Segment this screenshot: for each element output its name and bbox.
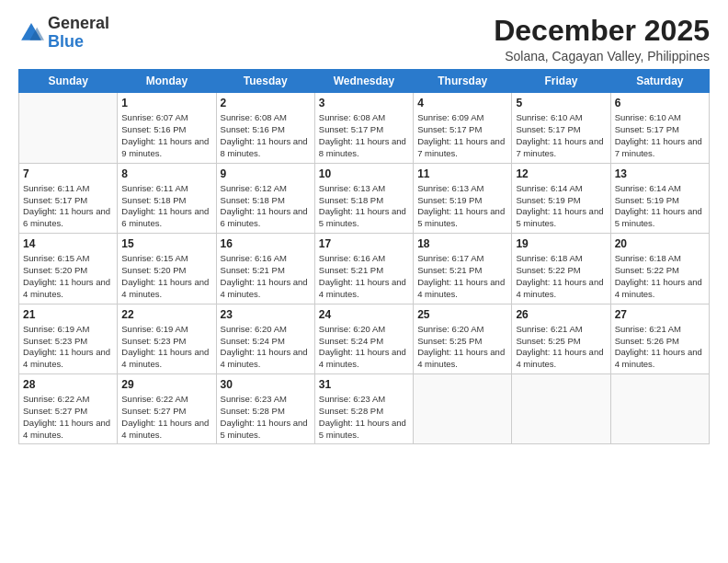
calendar-cell: 5Sunrise: 6:10 AMSunset: 5:17 PMDaylight… bbox=[512, 93, 610, 163]
cell-content: 12Sunrise: 6:14 AMSunset: 5:19 PMDayligh… bbox=[516, 167, 606, 230]
cell-content: 19Sunrise: 6:18 AMSunset: 5:22 PMDayligh… bbox=[516, 236, 606, 300]
cell-content: 3Sunrise: 6:08 AMSunset: 5:17 PMDaylight… bbox=[319, 96, 409, 159]
logo-blue-text: Blue bbox=[48, 33, 109, 52]
daylight-text: Daylight: 11 hours and 4 minutes. bbox=[516, 277, 606, 301]
sunset-text: Sunset: 5:28 PM bbox=[319, 406, 409, 418]
cell-content: 28Sunrise: 6:22 AMSunset: 5:27 PMDayligh… bbox=[23, 377, 113, 441]
calendar-cell: 2Sunrise: 6:08 AMSunset: 5:16 PMDaylight… bbox=[216, 93, 314, 163]
calendar-week-0: 1Sunrise: 6:07 AMSunset: 5:16 PMDaylight… bbox=[19, 93, 710, 163]
day-number: 19 bbox=[516, 236, 606, 251]
day-number: 10 bbox=[319, 167, 409, 181]
calendar-cell: 9Sunrise: 6:12 AMSunset: 5:18 PMDaylight… bbox=[216, 163, 314, 233]
sunrise-text: Sunrise: 6:16 AM bbox=[319, 253, 409, 265]
daylight-text: Daylight: 11 hours and 8 minutes. bbox=[221, 136, 311, 160]
cell-content: 5Sunrise: 6:10 AMSunset: 5:17 PMDaylight… bbox=[516, 96, 606, 159]
day-number: 18 bbox=[417, 236, 507, 251]
daylight-text: Daylight: 11 hours and 4 minutes. bbox=[23, 347, 113, 371]
cell-content: 29Sunrise: 6:22 AMSunset: 5:27 PMDayligh… bbox=[121, 377, 211, 441]
calendar-week-2: 14Sunrise: 6:15 AMSunset: 5:20 PMDayligh… bbox=[19, 234, 710, 304]
calendar-cell: 6Sunrise: 6:10 AMSunset: 5:17 PMDaylight… bbox=[610, 93, 709, 163]
day-number: 5 bbox=[516, 96, 606, 110]
cell-content: 24Sunrise: 6:20 AMSunset: 5:24 PMDayligh… bbox=[319, 307, 409, 371]
sunset-text: Sunset: 5:24 PM bbox=[319, 336, 409, 348]
day-number: 22 bbox=[121, 307, 211, 322]
cell-content: 26Sunrise: 6:21 AMSunset: 5:25 PMDayligh… bbox=[516, 307, 606, 371]
sunrise-text: Sunrise: 6:19 AM bbox=[121, 324, 211, 336]
cell-content: 21Sunrise: 6:19 AMSunset: 5:23 PMDayligh… bbox=[23, 307, 113, 371]
sunrise-text: Sunrise: 6:07 AM bbox=[121, 112, 211, 124]
sunrise-text: Sunrise: 6:20 AM bbox=[319, 324, 409, 336]
sunrise-text: Sunrise: 6:18 AM bbox=[615, 253, 705, 265]
month-title: December 2025 bbox=[494, 15, 710, 47]
daylight-text: Daylight: 11 hours and 4 minutes. bbox=[221, 347, 311, 371]
sunrise-text: Sunrise: 6:08 AM bbox=[221, 112, 311, 124]
calendar-cell: 16Sunrise: 6:16 AMSunset: 5:21 PMDayligh… bbox=[216, 234, 314, 304]
day-number: 1 bbox=[121, 96, 211, 110]
sunrise-text: Sunrise: 6:23 AM bbox=[319, 394, 409, 406]
cell-content: 22Sunrise: 6:19 AMSunset: 5:23 PMDayligh… bbox=[121, 307, 211, 371]
daylight-text: Daylight: 11 hours and 5 minutes. bbox=[516, 206, 606, 230]
sunset-text: Sunset: 5:26 PM bbox=[615, 336, 705, 348]
cell-content: 7Sunrise: 6:11 AMSunset: 5:17 PMDaylight… bbox=[23, 167, 113, 230]
title-area: December 2025 Solana, Cagayan Valley, Ph… bbox=[494, 15, 710, 63]
calendar-cell: 15Sunrise: 6:15 AMSunset: 5:20 PMDayligh… bbox=[118, 234, 216, 304]
day-number: 9 bbox=[221, 167, 311, 181]
day-number: 11 bbox=[417, 167, 507, 181]
calendar-cell: 24Sunrise: 6:20 AMSunset: 5:24 PMDayligh… bbox=[314, 304, 413, 373]
cell-content: 27Sunrise: 6:21 AMSunset: 5:26 PMDayligh… bbox=[615, 307, 705, 371]
sunrise-text: Sunrise: 6:10 AM bbox=[516, 112, 606, 124]
sunset-text: Sunset: 5:23 PM bbox=[23, 336, 113, 348]
sunrise-text: Sunrise: 6:22 AM bbox=[121, 394, 211, 406]
day-number: 17 bbox=[319, 236, 409, 251]
sunset-text: Sunset: 5:17 PM bbox=[417, 124, 507, 136]
day-number: 30 bbox=[221, 377, 311, 392]
daylight-text: Daylight: 11 hours and 6 minutes. bbox=[121, 206, 211, 230]
day-number: 23 bbox=[221, 307, 311, 322]
sunrise-text: Sunrise: 6:15 AM bbox=[23, 253, 113, 265]
col-tuesday: Tuesday bbox=[216, 70, 314, 93]
sunset-text: Sunset: 5:27 PM bbox=[121, 406, 211, 418]
sunset-text: Sunset: 5:17 PM bbox=[516, 124, 606, 136]
logo-text: General Blue bbox=[48, 15, 109, 52]
sunset-text: Sunset: 5:28 PM bbox=[221, 406, 311, 418]
daylight-text: Daylight: 11 hours and 5 minutes. bbox=[319, 206, 409, 230]
col-saturday: Saturday bbox=[610, 70, 709, 93]
daylight-text: Daylight: 11 hours and 5 minutes. bbox=[615, 206, 705, 230]
day-number: 27 bbox=[615, 307, 705, 322]
sunrise-text: Sunrise: 6:12 AM bbox=[221, 183, 311, 195]
sunset-text: Sunset: 5:18 PM bbox=[121, 195, 211, 207]
sunset-text: Sunset: 5:22 PM bbox=[516, 265, 606, 277]
daylight-text: Daylight: 11 hours and 7 minutes. bbox=[417, 136, 507, 160]
sunset-text: Sunset: 5:16 PM bbox=[221, 124, 311, 136]
day-number: 4 bbox=[417, 96, 507, 110]
day-number: 2 bbox=[221, 96, 311, 110]
cell-content: 25Sunrise: 6:20 AMSunset: 5:25 PMDayligh… bbox=[417, 307, 507, 371]
day-number: 31 bbox=[319, 377, 409, 392]
calendar-header-row: Sunday Monday Tuesday Wednesday Thursday… bbox=[19, 70, 710, 93]
daylight-text: Daylight: 11 hours and 8 minutes. bbox=[319, 136, 409, 160]
calendar-cell bbox=[414, 373, 512, 443]
sunset-text: Sunset: 5:18 PM bbox=[221, 195, 311, 207]
daylight-text: Daylight: 11 hours and 6 minutes. bbox=[23, 206, 113, 230]
sunset-text: Sunset: 5:21 PM bbox=[221, 265, 311, 277]
calendar-cell: 17Sunrise: 6:16 AMSunset: 5:21 PMDayligh… bbox=[314, 234, 413, 304]
cell-content: 18Sunrise: 6:17 AMSunset: 5:21 PMDayligh… bbox=[417, 236, 507, 300]
daylight-text: Daylight: 11 hours and 4 minutes. bbox=[516, 347, 606, 371]
calendar-cell bbox=[19, 93, 118, 163]
page: General Blue December 2025 Solana, Cagay… bbox=[0, 0, 728, 563]
cell-content: 6Sunrise: 6:10 AMSunset: 5:17 PMDaylight… bbox=[615, 96, 705, 159]
calendar-cell: 23Sunrise: 6:20 AMSunset: 5:24 PMDayligh… bbox=[216, 304, 314, 373]
day-number: 3 bbox=[319, 96, 409, 110]
sunrise-text: Sunrise: 6:09 AM bbox=[417, 112, 507, 124]
calendar-cell: 13Sunrise: 6:14 AMSunset: 5:19 PMDayligh… bbox=[610, 163, 709, 233]
calendar-cell: 19Sunrise: 6:18 AMSunset: 5:22 PMDayligh… bbox=[512, 234, 610, 304]
day-number: 12 bbox=[516, 167, 606, 181]
sunrise-text: Sunrise: 6:18 AM bbox=[516, 253, 606, 265]
logo: General Blue bbox=[18, 15, 109, 52]
day-number: 15 bbox=[121, 236, 211, 251]
daylight-text: Daylight: 11 hours and 4 minutes. bbox=[221, 277, 311, 301]
location-subtitle: Solana, Cagayan Valley, Philippines bbox=[494, 49, 710, 63]
sunrise-text: Sunrise: 6:20 AM bbox=[417, 324, 507, 336]
cell-content: 31Sunrise: 6:23 AMSunset: 5:28 PMDayligh… bbox=[319, 377, 409, 441]
sunrise-text: Sunrise: 6:19 AM bbox=[23, 324, 113, 336]
